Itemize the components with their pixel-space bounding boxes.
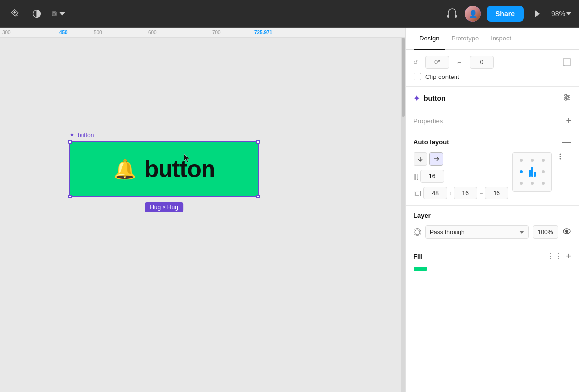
button-frame[interactable]: 🔔 button Hug × Hug: [69, 141, 259, 197]
al-dot-bc[interactable]: [531, 182, 534, 185]
multiplayer-icon[interactable]: [445, 7, 459, 21]
fill-add-icon[interactable]: +: [566, 251, 571, 262]
component-tune-icon[interactable]: [562, 93, 571, 104]
toolbar: ◆: [0, 0, 579, 28]
add-component-icon[interactable]: ◆: [8, 7, 22, 21]
tab-design[interactable]: Design: [414, 28, 445, 50]
auto-layout-title: Auto layout: [414, 138, 449, 146]
ruler-mark-300: 300: [2, 30, 11, 35]
al-more-options[interactable]: [556, 152, 565, 163]
svg-rect-4: [447, 15, 449, 18]
ruler-mark-600: 600: [148, 30, 157, 35]
corner-value[interactable]: 0: [470, 56, 494, 69]
toolbar-right: 👤 Share 98%: [445, 6, 571, 22]
play-button[interactable]: [530, 6, 545, 22]
blend-mode-icon: [414, 228, 421, 236]
zoom-control[interactable]: 98%: [551, 10, 571, 18]
al-dot-ml[interactable]: [520, 170, 523, 173]
al-padding-v[interactable]: 48: [423, 187, 447, 199]
component-diamond-icon: ✦: [414, 94, 420, 103]
al-alignment-grid[interactable]: [512, 152, 552, 192]
svg-point-13: [567, 96, 569, 98]
main-area: 300 450 500 600 700 725.971 ✦ button: [0, 28, 579, 392]
handle-bottom-left[interactable]: [68, 195, 72, 198]
properties-label: Properties: [414, 118, 443, 125]
al-dot-mr[interactable]: [542, 170, 545, 173]
component-icon: ✦: [69, 131, 75, 139]
canvas-content[interactable]: ✦ button 🔔 button Hug × Hug: [0, 38, 405, 392]
avatar[interactable]: 👤: [465, 6, 481, 22]
blend-mode-selector[interactable]: Pass through: [425, 225, 529, 239]
svg-point-17: [560, 158, 561, 160]
svg-rect-5: [455, 15, 457, 18]
toolbar-left: ◆: [8, 7, 65, 21]
tab-prototype[interactable]: Prototype: [445, 28, 485, 50]
al-padding-h[interactable]: 16: [454, 187, 477, 199]
ruler-horizontal: 300 450 500 600 700 725.971: [0, 28, 405, 38]
al-dot-bl[interactable]: [520, 182, 523, 185]
share-button[interactable]: Share: [487, 6, 524, 22]
al-dot-br[interactable]: [542, 182, 545, 185]
properties-add-icon[interactable]: +: [566, 116, 571, 126]
properties-row: Properties +: [406, 110, 579, 131]
svg-rect-3: [53, 12, 56, 15]
v-scrollbar[interactable]: [401, 38, 405, 392]
svg-marker-6: [535, 10, 540, 17]
al-padding-sep: ↕: [449, 191, 452, 196]
clip-content-checkbox[interactable]: [414, 73, 421, 80]
auto-layout-collapse[interactable]: —: [562, 137, 571, 146]
rotation-icon: ↺: [414, 58, 421, 66]
fill-header: Fill ⋮⋮ +: [414, 251, 571, 262]
al-dot-tr[interactable]: [542, 159, 545, 162]
fill-grid-icon[interactable]: ⋮⋮: [547, 251, 563, 262]
blend-mode-value: Pass through: [430, 229, 465, 235]
layer-visibility-icon[interactable]: [562, 227, 571, 237]
svg-text:↺: ↺: [414, 59, 418, 65]
canvas[interactable]: 300 450 500 600 700 725.971 ✦ button: [0, 28, 405, 392]
ruler-mark-700: 700: [212, 30, 221, 35]
rotation-row: ↺ 0° ⌐ 0: [414, 56, 571, 69]
al-center-bars: [527, 166, 538, 177]
al-gap-value[interactable]: 16: [420, 170, 444, 183]
transform-section: ↺ 0° ⌐ 0 Clip content: [406, 50, 579, 87]
component-label: ✦ button: [69, 131, 259, 139]
fill-color-swatch[interactable]: [414, 267, 427, 271]
al-corner-icon2: ⌐: [479, 190, 483, 196]
button-inner: 🔔 button: [70, 142, 258, 196]
ruler-mark-450: 450: [59, 30, 68, 35]
auto-layout-controls: ]|[ 16 |◻| 48 ↕ 16 ⌐ 16: [414, 152, 571, 199]
panel-tabs: Design Prototype Inspect: [406, 28, 579, 50]
svg-point-16: [560, 156, 561, 157]
v-scrollbar-thumb[interactable]: [402, 38, 405, 117]
rotation-value[interactable]: 0°: [425, 56, 449, 69]
handle-top-right[interactable]: [256, 140, 260, 144]
component-name-label: button: [78, 132, 94, 139]
fill-title: Fill: [414, 253, 423, 260]
bell-icon: 🔔: [113, 158, 136, 180]
svg-point-14: [565, 98, 567, 100]
fill-actions: ⋮⋮ +: [547, 251, 571, 262]
svg-point-15: [560, 154, 561, 155]
al-left-controls: ]|[ 16 |◻| 48 ↕ 16 ⌐ 16: [414, 152, 508, 199]
layer-section: Layer Pass through 100%: [406, 206, 579, 245]
al-direction-row: [414, 152, 508, 166]
svg-point-18: [415, 230, 420, 235]
al-gap-icon: ]|[: [414, 173, 418, 180]
al-corner-radius[interactable]: 16: [485, 187, 508, 199]
al-dot-tl[interactable]: [520, 159, 523, 162]
al-dir-down[interactable]: [414, 152, 427, 166]
fill-section: Fill ⋮⋮ +: [406, 245, 579, 276]
button-component-wrapper[interactable]: ✦ button 🔔 button Hug × Hug: [69, 131, 259, 197]
tab-inspect[interactable]: Inspect: [485, 28, 517, 50]
handle-top-left[interactable]: [68, 140, 72, 144]
corner-icon: ⌐: [453, 58, 466, 66]
al-padding-row: |◻| 48 ↕ 16 ⌐ 16: [414, 187, 508, 199]
al-dir-right[interactable]: [429, 152, 443, 166]
handle-bottom-right[interactable]: [256, 195, 260, 198]
layers-dropdown[interactable]: [51, 7, 65, 21]
al-dot-tc[interactable]: [531, 159, 534, 162]
ruler-mark-500: 500: [94, 30, 102, 35]
contrast-icon[interactable]: [30, 7, 43, 21]
layer-opacity[interactable]: 100%: [533, 225, 558, 239]
svg-point-20: [566, 230, 568, 233]
